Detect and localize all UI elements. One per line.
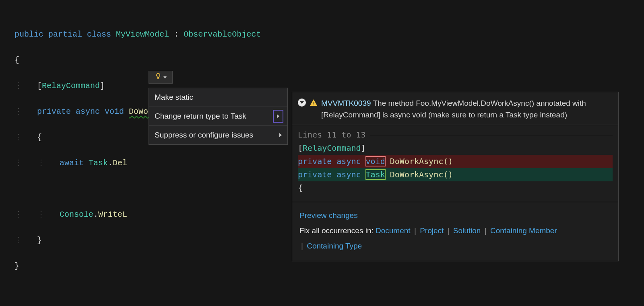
menu-item-label: Make static — [155, 93, 193, 102]
code-line: public partial class MyViewModel : Obser… — [14, 28, 644, 41]
diagnostic-code: MVVMTK0039 — [321, 99, 371, 107]
chevron-right-icon — [279, 133, 282, 137]
quickfix-suppress[interactable]: Suppress or configure issues — [149, 126, 287, 144]
diff-preview: Lines 11 to 13 [RelayCommand] private as… — [292, 125, 618, 202]
expand-icon[interactable] — [298, 99, 306, 107]
code-line: { — [14, 54, 644, 67]
chevron-down-icon — [163, 76, 167, 78]
fix-project-link[interactable]: Project — [420, 226, 444, 235]
diagnostic-text: MVVMTK0039 The method Foo.MyViewModel.Do… — [321, 98, 613, 121]
diff-removed-line: private async void DoWorkAsync() — [298, 155, 613, 168]
submenu-indicator — [273, 110, 283, 123]
code-line: ⋮ [RelayCommand] — [14, 80, 644, 92]
diagnostic-header: MVVMTK0039 The method Foo.MyViewModel.Do… — [292, 92, 618, 125]
diff-context-line: [RelayCommand] — [298, 142, 613, 155]
diff-range-label: Lines 11 to 13 — [298, 128, 613, 142]
diff-context-line: { — [298, 181, 613, 195]
warning-icon — [310, 99, 317, 106]
menu-item-label: Suppress or configure issues — [155, 131, 253, 140]
lightbulb-icon — [155, 72, 162, 82]
preview-actions: Preview changes Fix all occurrences in: … — [292, 202, 618, 261]
fix-solution-link[interactable]: Solution — [453, 226, 481, 235]
diff-added-line: private async Task DoWorkAsync() — [298, 168, 613, 181]
chevron-right-icon — [277, 114, 279, 118]
quickfix-make-static[interactable]: Make static — [149, 88, 287, 107]
codefix-preview-panel: MVVMTK0039 The method Foo.MyViewModel.Do… — [292, 92, 619, 261]
fix-document-link[interactable]: Document — [376, 226, 411, 235]
quickfix-menu: Make static Change return type to Task S… — [149, 88, 288, 145]
quickfix-change-return-type[interactable]: Change return type to Task — [149, 107, 287, 126]
preview-changes-link[interactable]: Preview changes — [299, 211, 358, 220]
fix-member-link[interactable]: Containing Member — [490, 226, 557, 235]
fix-type-link[interactable]: Containing Type — [307, 242, 362, 250]
menu-item-label: Change return type to Task — [155, 112, 246, 121]
fix-all-label: Fix all occurrences in: — [299, 226, 374, 235]
lightbulb-button[interactable] — [149, 71, 173, 84]
code-line: } — [14, 260, 644, 273]
